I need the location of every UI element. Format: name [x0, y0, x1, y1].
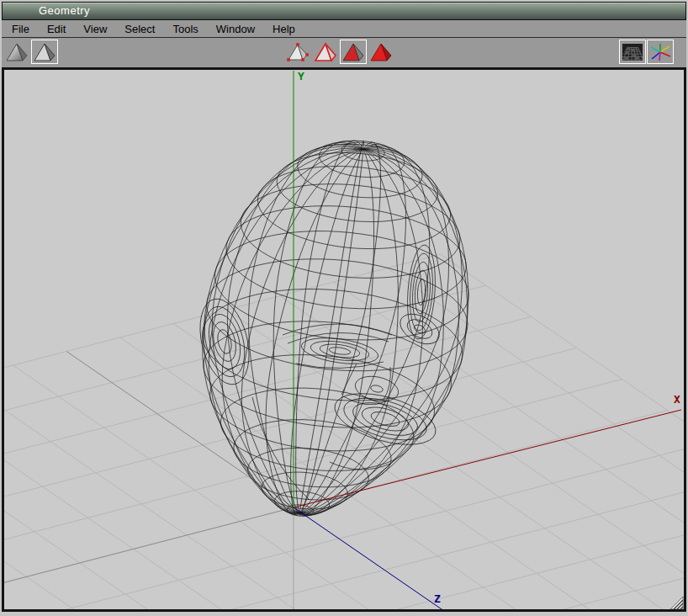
menu-bar: FileEditViewSelectToolsWindowHelp: [2, 20, 686, 38]
axes-icon: [648, 41, 672, 63]
show-groundplane-button[interactable]: [620, 40, 645, 63]
head-feature-right-eye: [413, 323, 426, 335]
geometry-window: Geometry FileEditViewSelectToolsWindowHe…: [0, 0, 688, 616]
pyramid-vertex-icon: [285, 41, 310, 63]
head-feature-left-eye: [329, 346, 352, 355]
menu-view[interactable]: View: [76, 22, 114, 36]
x-axis: [294, 410, 681, 507]
flat-shading-button[interactable]: [32, 40, 57, 63]
menu-tools[interactable]: Tools: [165, 22, 205, 36]
toolbar-group-display: [620, 40, 673, 63]
viewport-3d[interactable]: XYZ: [2, 67, 686, 612]
wireframe-head-model[interactable]: [192, 141, 468, 516]
head-feature-left-ear: [204, 311, 246, 373]
edge-select-mode-button[interactable]: [313, 40, 338, 63]
face-select-mode-button[interactable]: [341, 40, 366, 63]
title-bar[interactable]: Geometry: [2, 2, 686, 20]
window-title: Geometry: [39, 4, 90, 17]
toolbar-group-shading: [4, 40, 57, 63]
menu-window[interactable]: Window: [209, 22, 262, 36]
pyramid-body-icon: [368, 41, 394, 63]
pyramid-flat-icon: [32, 41, 57, 63]
x-axis-label: X: [674, 393, 680, 406]
menu-edit[interactable]: Edit: [40, 22, 73, 36]
menu-select[interactable]: Select: [117, 22, 162, 36]
scene-canvas: XYZ: [4, 70, 684, 609]
toolbar: [2, 38, 686, 67]
head-feature-left-eye: [310, 338, 370, 364]
z-axis: [294, 507, 444, 609]
smooth-shading-button[interactable]: [4, 40, 29, 63]
body-select-mode-button[interactable]: [368, 40, 394, 63]
pyramid-edge-icon: [313, 41, 338, 63]
menu-help[interactable]: Help: [265, 22, 303, 36]
y-axis-label: Y: [298, 70, 304, 82]
head-feature-brow-ridge-1: [283, 324, 392, 335]
show-axes-button[interactable]: [648, 40, 673, 63]
groundplane-icon: [621, 41, 644, 63]
vertex-select-mode-button[interactable]: [285, 40, 310, 63]
resize-grip[interactable]: [670, 597, 683, 609]
menu-file[interactable]: File: [4, 22, 37, 36]
head-feature-left-ear: [209, 320, 240, 364]
pyramid-smooth-icon: [4, 41, 29, 63]
pyramid-face-icon: [341, 41, 366, 63]
head-feature-left-ear: [198, 302, 251, 380]
z-axis-label: Z: [434, 592, 441, 605]
toolbar-group-selection: [285, 40, 394, 63]
head-feature-nose-tip: [370, 385, 384, 394]
